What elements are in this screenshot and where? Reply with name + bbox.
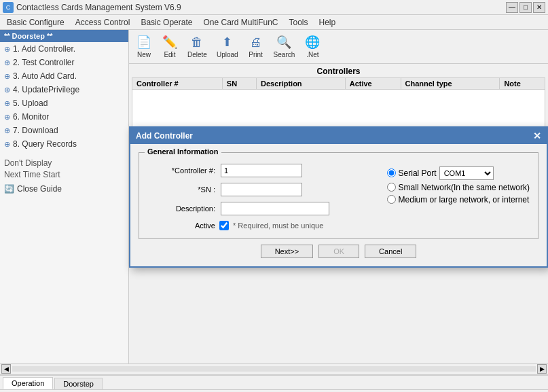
com-select[interactable]: COM1 COM2 COM3 [439,166,494,180]
minimize-button[interactable]: — [506,2,518,13]
app-title: Contactless Cards Management System V6.9 [16,3,181,12]
sidebar-item-1[interactable]: ⊕ 1. Add Controller. [0,42,128,56]
dialog-title: Add Controller [136,131,193,141]
sidebar-header: ** Doorstep ** [0,30,128,42]
sidebar-icon-5: ⊕ [4,99,10,108]
menu-tools[interactable]: Tools [284,16,314,29]
sidebar-icon-2: ⊕ [4,58,10,67]
active-label: Active [147,221,215,230]
general-info-group: General Information *Controller #: *SN : [139,152,538,239]
scroll-left-button[interactable]: ◀ [1,364,11,374]
dialog-body: General Information *Controller #: *SN : [130,144,547,266]
maximize-button[interactable]: □ [519,2,532,13]
serial-port-option[interactable]: Serial Port COM1 COM2 COM3 [387,166,530,180]
sidebar-item-2[interactable]: ⊕ 2. Test Controller [0,56,128,69]
tab-bar: Operation Doorstep [0,375,548,389]
close-guide-button[interactable]: 🔄 Close Guide [0,182,128,196]
sidebar-item-6[interactable]: ⊕ 6. Monitor [0,110,128,124]
cancel-button[interactable]: Cancel [365,245,416,258]
small-network-radio[interactable] [387,183,396,192]
sidebar-item-5[interactable]: ⊕ 5. Upload [0,96,128,110]
close-guide-icon: 🔄 [4,184,14,194]
sidebar-label-6: 6. Monitor [13,112,49,122]
active-checkbox[interactable] [219,221,229,230]
status-bar: Super Manager: abc Ver: 6.9.21 0. 2018-0… [0,389,548,392]
sidebar-label-7: 7. Download [13,126,58,135]
next-button[interactable]: Next>> [261,245,313,258]
horizontal-scrollbar[interactable] [12,366,536,372]
small-network-label: Small Network(In the same network) [399,183,530,192]
tab-doorstep[interactable]: Doorstep [54,378,103,389]
sidebar-icon-7: ⊕ [4,126,10,135]
menu-bar: Basic Configure Access Control Basic Ope… [0,15,548,30]
sidebar-icon-4: ⊕ [4,86,10,94]
active-row: Active * Required, must be unique [147,221,363,230]
app-icon: C [3,2,14,13]
menu-basic-operate[interactable]: Basic Operate [135,16,198,29]
sidebar-item-4[interactable]: ⊕ 4. UpdatePrivilege [0,83,128,96]
group-title: General Information [145,147,221,156]
menu-help[interactable]: Help [314,16,342,29]
menu-one-card[interactable]: One Card MultiFunC [198,16,283,29]
sidebar-label-8: 8. Query Records [13,139,77,149]
modal-overlay: Add Controller ✕ General Information *Co… [129,30,548,363]
small-network-option[interactable]: Small Network(In the same network) [387,183,530,192]
serial-port-label: Serial Port [399,168,437,178]
required-note: * Required, must be unique [233,221,323,230]
description-input[interactable] [221,202,329,215]
sn-label: *SN : [147,185,215,194]
scroll-right-button[interactable]: ▶ [537,364,547,374]
sidebar-label-1: 1. Add Controller. [13,44,75,54]
sidebar-label-4: 4. UpdatePrivilege [13,85,79,94]
controller-input[interactable] [221,164,302,177]
sidebar-label-5: 5. Upload [13,99,48,108]
description-row: Description: [147,202,363,215]
sidebar: ** Doorstep ** ⊕ 1. Add Controller. ⊕ 2.… [0,30,129,363]
content-area: 📄 New ✏️ Edit 🗑 Delete ⬆ Upload 🖨 Print … [129,30,548,363]
sidebar-icon-1: ⊕ [4,45,10,54]
sidebar-item-8[interactable]: ⊕ 8. Query Records [0,137,128,151]
sidebar-item-3[interactable]: ⊕ 3. Auto Add Card. [0,69,128,83]
form-left: *Controller #: *SN : Description: [147,164,363,230]
menu-basic-configure[interactable]: Basic Configure [1,16,70,29]
network-type-group: Serial Port COM1 COM2 COM3 Smal [387,164,530,230]
sidebar-icon-8: ⊕ [4,140,10,149]
dialog-buttons: Next>> OK Cancel [139,245,538,258]
sidebar-label-3: 3. Auto Add Card. [13,71,77,81]
sn-row: *SN : [147,183,363,196]
large-network-radio[interactable] [387,195,396,204]
sidebar-icon-6: ⊕ [4,113,10,122]
tab-operation[interactable]: Operation [3,377,53,389]
main-layout: ** Doorstep ** ⊕ 1. Add Controller. ⊕ 2.… [0,30,548,363]
dialog-title-bar: Add Controller ✕ [130,128,547,144]
dont-display-label: Don't DisplayNext Time Start [4,158,60,179]
description-label: Description: [147,204,215,213]
sn-input[interactable] [221,183,302,196]
sidebar-item-7[interactable]: ⊕ 7. Download [0,124,128,137]
title-bar: C Contactless Cards Management System V6… [0,0,548,15]
bottom-bar: ◀ ▶ Operation Doorstep [0,363,548,389]
ok-button[interactable]: OK [318,245,359,258]
close-guide-label: Close Guide [17,184,62,194]
sidebar-label-2: 2. Test Controller [13,58,75,67]
add-controller-dialog: Add Controller ✕ General Information *Co… [129,126,548,268]
close-window-button[interactable]: ✕ [533,2,545,13]
large-network-option[interactable]: Medium or large network, or internet [387,195,530,204]
scrollbar-area: ◀ ▶ [0,364,548,375]
dont-display-text[interactable]: Don't DisplayNext Time Start [0,156,128,182]
serial-port-radio[interactable] [387,168,396,177]
dialog-close-icon[interactable]: ✕ [533,130,541,141]
menu-access-control[interactable]: Access Control [70,16,136,29]
controller-row: *Controller #: [147,164,363,177]
controller-label: *Controller #: [147,166,215,175]
large-network-label: Medium or large network, or internet [399,195,530,204]
sidebar-icon-3: ⊕ [4,72,10,81]
